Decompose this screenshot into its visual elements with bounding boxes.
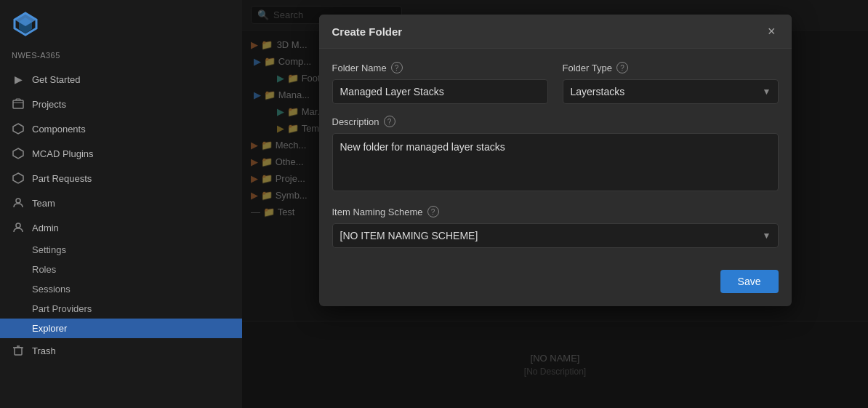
admin-icon [12, 221, 25, 234]
part-requests-icon [12, 172, 25, 185]
sidebar-item-label: Explorer [32, 323, 67, 334]
sidebar-item-admin[interactable]: Admin [0, 215, 242, 240]
naming-scheme-help-icon[interactable]: ? [427, 206, 439, 217]
folder-type-label: Folder Type [563, 63, 612, 73]
sidebar-item-part-providers[interactable]: Part Providers [32, 299, 242, 319]
save-button[interactable]: Save [720, 270, 779, 293]
components-icon [12, 122, 25, 135]
sidebar-item-label: Admin [32, 223, 59, 233]
modal-footer: Save [319, 261, 792, 306]
sidebar-item-settings[interactable]: Settings [32, 240, 242, 260]
folder-type-help-icon[interactable]: ? [616, 62, 628, 73]
svg-marker-4 [13, 124, 23, 134]
sidebar-item-roles[interactable]: Roles [32, 260, 242, 279]
sidebar-item-label: Components [32, 124, 86, 135]
modal-body: Folder Name ? Folder Type ? L [319, 49, 792, 261]
app-logo [12, 10, 39, 38]
workspace-label: NWES-A365 [0, 48, 242, 67]
sidebar: NWES-A365 ▶ Get Started Projects Compone… [0, 0, 242, 408]
sidebar-item-trash[interactable]: Trash [0, 338, 242, 363]
sidebar-item-label: Get Started [32, 74, 80, 85]
projects-icon [12, 97, 25, 111]
folder-name-label-row: Folder Name ? [332, 62, 548, 73]
svg-rect-3 [13, 100, 23, 108]
main-content: 🔍 ▶ 📁 3D M... ▶ 📁 Comp... ▶ 📁 Footp... ▶… [242, 0, 868, 408]
modal-overlay: Create Folder × Folder Name ? [242, 0, 868, 408]
sidebar-nav: ▶ Get Started Projects Components MCAD P… [0, 67, 242, 408]
folder-type-select-wrapper: Layerstacks Components Footprints Symbol… [563, 79, 779, 104]
modal-row-name-type: Folder Name ? Folder Type ? L [332, 62, 779, 104]
naming-scheme-label: Item Naming Scheme [332, 207, 423, 217]
description-label-row: Description ? [332, 116, 779, 127]
svg-rect-9 [15, 348, 22, 355]
description-textarea[interactable]: New folder for managed layer stacks [332, 133, 779, 191]
folder-name-input[interactable] [332, 79, 548, 104]
naming-scheme-field: Item Naming Scheme ? [NO ITEM NAMING SCH… [332, 206, 779, 248]
folder-name-label: Folder Name [332, 63, 387, 73]
admin-submenu: Settings Roles Sessions Part Providers E… [0, 240, 242, 338]
sidebar-item-label: Part Requests [32, 173, 92, 184]
sidebar-item-label: Team [32, 198, 55, 209]
svg-marker-2 [15, 13, 36, 26]
folder-type-select[interactable]: Layerstacks Components Footprints Symbol… [563, 79, 779, 104]
sidebar-item-team[interactable]: Team [0, 191, 242, 215]
folder-type-field: Folder Type ? Layerstacks Components Foo… [563, 62, 779, 104]
modal-title: Create Folder [332, 25, 403, 38]
get-started-icon: ▶ [12, 73, 25, 86]
sidebar-item-projects[interactable]: Projects [0, 92, 242, 116]
sidebar-item-mcad[interactable]: MCAD Plugins [0, 141, 242, 166]
naming-scheme-select-wrapper: [NO ITEM NAMING SCHEME] ▼ [332, 223, 779, 248]
description-label: Description [332, 116, 379, 127]
folder-type-label-row: Folder Type ? [563, 62, 779, 73]
sidebar-item-part-requests[interactable]: Part Requests [0, 166, 242, 191]
sidebar-item-label: Part Providers [32, 303, 92, 314]
sidebar-item-get-started[interactable]: ▶ Get Started [0, 67, 242, 92]
create-folder-modal: Create Folder × Folder Name ? [319, 15, 792, 306]
logo-area [0, 0, 242, 48]
sidebar-item-label: MCAD Plugins [32, 148, 94, 159]
sidebar-item-label: Sessions [32, 284, 71, 295]
folder-name-field: Folder Name ? [332, 62, 548, 104]
sidebar-item-label: Trash [32, 345, 56, 356]
svg-marker-6 [13, 173, 23, 183]
mcad-icon [12, 147, 25, 160]
team-icon [12, 196, 25, 209]
svg-point-7 [16, 199, 20, 203]
description-help-icon[interactable]: ? [384, 116, 395, 127]
description-field: Description ? New folder for managed lay… [332, 116, 779, 194]
sidebar-item-explorer[interactable]: Explorer [0, 319, 242, 338]
modal-close-button[interactable]: × [765, 25, 779, 38]
sidebar-item-label: Roles [32, 264, 56, 275]
trash-icon [12, 344, 25, 357]
naming-scheme-select[interactable]: [NO ITEM NAMING SCHEME] [332, 223, 779, 248]
svg-point-8 [16, 223, 20, 228]
naming-scheme-label-row: Item Naming Scheme ? [332, 206, 779, 217]
folder-name-help-icon[interactable]: ? [391, 62, 403, 73]
sidebar-item-sessions[interactable]: Sessions [32, 279, 242, 299]
modal-header: Create Folder × [319, 15, 792, 49]
sidebar-item-label: Projects [32, 99, 66, 110]
sidebar-item-components[interactable]: Components [0, 116, 242, 141]
sidebar-item-label: Settings [32, 244, 66, 255]
svg-marker-5 [13, 148, 23, 159]
